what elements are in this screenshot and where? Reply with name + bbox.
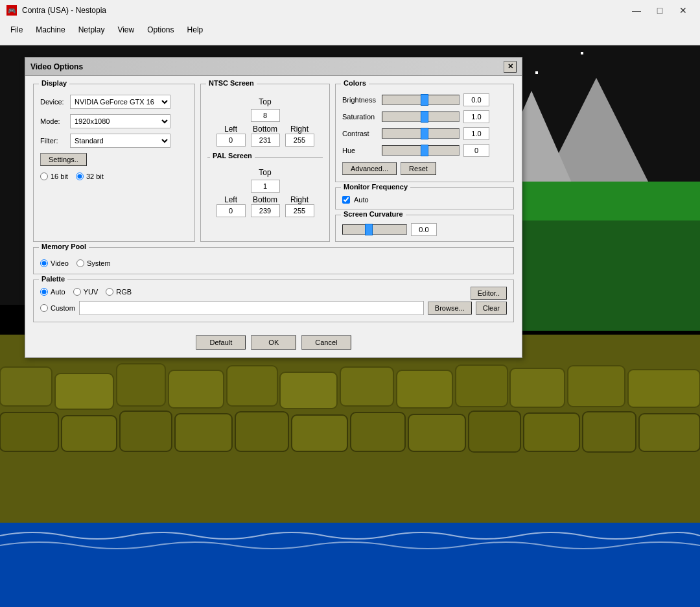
palette-radio-group: Auto YUV RGB — [40, 288, 132, 296]
top-sections-row: Display Device: NVIDIA GeForce GTX 16 Mo… — [33, 84, 514, 242]
ntsc-bottom-input[interactable] — [251, 134, 280, 147]
ntsc-right-input[interactable] — [285, 134, 314, 147]
menu-file[interactable]: File — [5, 24, 28, 36]
hue-row: Hue 0 — [342, 144, 507, 157]
default-button[interactable]: Default — [196, 335, 246, 350]
palette-auto-option: Auto — [40, 288, 65, 296]
cancel-button[interactable]: Cancel — [301, 335, 351, 350]
rocks — [0, 335, 700, 529]
bit16-label: 16 bit — [51, 173, 68, 180]
menu-machine[interactable]: Machine — [30, 24, 70, 36]
pal-right-label: Right — [290, 195, 309, 204]
pal-bottom-input[interactable] — [251, 204, 280, 217]
bit16-radio[interactable] — [40, 173, 48, 180]
palette-rgb-radio[interactable] — [106, 288, 113, 296]
ntsc-left-input[interactable] — [216, 134, 246, 147]
palette-custom-label: Custom — [51, 304, 75, 312]
monitor-auto-checkbox[interactable] — [342, 196, 350, 204]
ntsc-middle-row: Left Bottom Right — [216, 125, 314, 147]
svg-rect-4 — [227, 366, 277, 406]
svg-rect-16 — [235, 412, 288, 451]
curvature-slider[interactable] — [342, 224, 407, 235]
water — [0, 523, 700, 607]
maximize-button[interactable]: □ — [649, 3, 670, 18]
saturation-thumb — [421, 111, 428, 123]
hue-value: 0 — [463, 144, 489, 157]
dialog-close-button[interactable]: ✕ — [504, 61, 517, 73]
window-chrome: 🎮 Contra (USA) - Nestopia — □ ✕ File Mac… — [0, 0, 700, 45]
bottom-buttons: Default OK Cancel — [33, 330, 514, 350]
bit32-option: 32 bit — [76, 173, 104, 180]
ntsc-bottom-col: Bottom — [251, 125, 280, 147]
bit32-radio[interactable] — [76, 173, 84, 180]
ntsc-top-input[interactable] — [251, 109, 280, 122]
pal-grid: Top Left Bottom — [207, 168, 323, 217]
hue-thumb — [421, 145, 428, 156]
contrast-slider[interactable] — [382, 128, 460, 139]
palette-yuv-radio[interactable] — [73, 288, 81, 296]
star — [581, 52, 583, 54]
monitor-auto-label: Auto — [354, 196, 369, 204]
right-column: Colors Brightness 0.0 Saturation — [335, 84, 514, 242]
svg-rect-11 — [628, 370, 700, 407]
pal-top-label: Top — [259, 168, 271, 177]
brightness-value: 0.0 — [463, 93, 489, 106]
pal-right-input[interactable] — [285, 204, 314, 217]
pal-section-label: PAL Screen — [210, 152, 255, 160]
svg-rect-20 — [469, 411, 520, 452]
monitor-auto-row: Auto — [342, 196, 507, 204]
minimize-button[interactable]: — — [626, 3, 647, 18]
saturation-slider[interactable] — [382, 112, 460, 122]
custom-palette-input[interactable] — [79, 301, 424, 315]
pal-top-input[interactable] — [251, 180, 280, 193]
brightness-slider[interactable] — [382, 95, 460, 105]
device-select[interactable]: NVIDIA GeForce GTX 16 — [70, 95, 170, 109]
display-section: Display Device: NVIDIA GeForce GTX 16 Mo… — [33, 84, 195, 242]
window-close-button[interactable]: ✕ — [673, 3, 694, 18]
settings-button[interactable]: Settings.. — [40, 153, 87, 166]
bit16-option: 16 bit — [40, 173, 68, 180]
contrast-value: 1.0 — [463, 127, 489, 140]
clear-button[interactable]: Clear — [476, 302, 507, 315]
palette-auto-radio[interactable] — [40, 288, 48, 296]
video-options-dialog: Video Options ✕ Display Device: NVIDIA G… — [25, 57, 522, 358]
reset-button[interactable]: Reset — [401, 162, 436, 175]
monitor-section: Monitor Frequency Auto — [335, 187, 514, 209]
menu-netplay[interactable]: Netplay — [73, 24, 110, 36]
memory-system-radio[interactable] — [76, 259, 84, 267]
contrast-row: Contrast 1.0 — [342, 127, 507, 140]
palette-rgb-label: RGB — [116, 288, 132, 296]
palette-custom-radio[interactable] — [40, 304, 48, 312]
curvature-thumb — [365, 224, 373, 235]
palette-top-row: Auto YUV RGB Editor.. — [40, 285, 507, 301]
mode-select[interactable]: 1920x1080 — [70, 114, 170, 128]
title-bar: 🎮 Contra (USA) - Nestopia — □ ✕ — [0, 0, 700, 21]
menu-help[interactable]: Help — [182, 24, 209, 36]
filter-select[interactable]: Standard — [70, 134, 170, 148]
colors-section: Colors Brightness 0.0 Saturation — [335, 84, 514, 182]
filter-row: Filter: Standard — [40, 134, 188, 148]
menu-options[interactable]: Options — [142, 24, 179, 36]
svg-rect-9 — [510, 368, 565, 407]
ntsc-section-label: NTSC Screen — [206, 79, 257, 87]
memory-video-radio[interactable] — [40, 259, 48, 267]
pal-middle-row: Left Bottom Right — [216, 195, 314, 217]
browse-button[interactable]: Browse... — [428, 302, 472, 315]
dialog-title-bar: Video Options ✕ — [25, 58, 522, 76]
window-controls: — □ ✕ — [626, 3, 694, 18]
device-label: Device: — [40, 98, 66, 106]
memory-system-option: System — [76, 259, 111, 267]
pal-left-input[interactable] — [216, 204, 246, 217]
ok-button[interactable]: OK — [251, 335, 296, 350]
advanced-button[interactable]: Advanced... — [342, 162, 397, 175]
saturation-value: 1.0 — [463, 110, 489, 123]
pal-subsection: PAL Screen Top Left — [207, 157, 323, 217]
curvature-section-label: Screen Curvature — [341, 210, 406, 218]
svg-rect-5 — [280, 372, 337, 409]
svg-rect-15 — [175, 414, 232, 451]
editor-button[interactable]: Editor.. — [471, 287, 507, 300]
saturation-label: Saturation — [342, 113, 378, 121]
contrast-thumb — [421, 128, 428, 139]
hue-slider[interactable] — [382, 145, 460, 156]
menu-view[interactable]: View — [112, 24, 139, 36]
